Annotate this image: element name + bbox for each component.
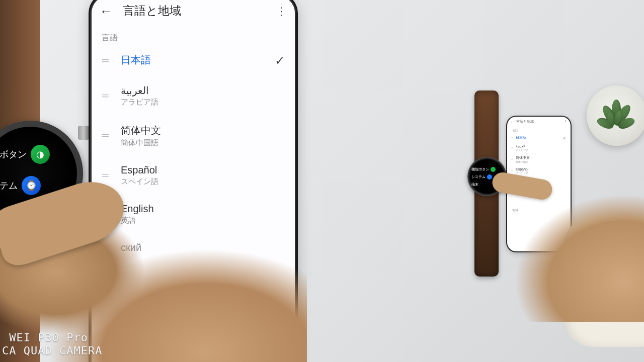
camera-watermark: WEI P30 Pro CA QUAD CAMERA bbox=[2, 331, 102, 357]
back-icon[interactable]: ← bbox=[511, 120, 514, 124]
more-icon[interactable]: ⋯ bbox=[275, 6, 288, 16]
language-primary: 日本語 bbox=[121, 53, 275, 67]
language-primary: Español bbox=[121, 164, 285, 176]
add-language-truncated[interactable]: 言 bbox=[202, 307, 211, 319]
language-item[interactable]: = 日本語 ✓ bbox=[507, 133, 571, 142]
more-icon[interactable]: ⋮ bbox=[564, 120, 567, 124]
phone-screen[interactable]: ← 言語と地域 ⋯ 言語 == 日本語 ✓ == العربية アラビア語 bbox=[92, 0, 295, 362]
button-function-icon: ◑ bbox=[31, 145, 50, 164]
language-item[interactable]: == 简体中文 簡体中国語 bbox=[95, 116, 292, 156]
watch-crown bbox=[78, 126, 89, 140]
watch-menu-item-label[interactable]: 端末 bbox=[471, 182, 478, 187]
drag-handle-icon[interactable]: == bbox=[102, 92, 115, 101]
language-item[interactable]: == English 英語 bbox=[95, 195, 292, 234]
page-title: 言語と地域 bbox=[516, 119, 534, 124]
drag-handle-icon[interactable]: == bbox=[102, 56, 115, 65]
language-item[interactable]: = English英語 bbox=[507, 176, 571, 187]
language-item[interactable]: ский bbox=[95, 234, 292, 263]
smartwatch-overhead[interactable]: 機能ボタン システム 端末 bbox=[467, 157, 507, 196]
drag-handle-icon[interactable]: = bbox=[511, 146, 514, 149]
mini-app-header: ← 言語と地域 ⋮ bbox=[507, 117, 571, 127]
drag-handle-icon[interactable]: = bbox=[511, 136, 514, 139]
language-item[interactable]: == 日本語 ✓ bbox=[95, 45, 292, 76]
check-icon: ✓ bbox=[563, 136, 567, 140]
watch-menu-item-label[interactable]: システム bbox=[471, 174, 486, 179]
language-primary: العربية bbox=[121, 84, 285, 97]
language-secondary: アラビア語 bbox=[121, 98, 285, 107]
mini-language-list: = 日本語 ✓ = العربيةアラビア語 = 简体中文簡体中国語 = Esp… bbox=[507, 133, 571, 187]
language-secondary: 簡体中国語 bbox=[121, 138, 285, 148]
language-item[interactable]: = 简体中文簡体中国語 bbox=[507, 153, 571, 165]
drag-handle-icon[interactable]: = bbox=[511, 169, 514, 172]
language-item[interactable]: = العربيةアラビア語 bbox=[507, 142, 571, 153]
phone-overhead: ← 言語と地域 ⋮ 言語 = 日本語 ✓ = العربيةアラビア語 = 简体… bbox=[507, 117, 571, 251]
language-primary: 简体中文 bbox=[121, 124, 285, 137]
button-function-icon bbox=[491, 167, 496, 172]
drag-handle-icon[interactable]: = bbox=[511, 180, 514, 183]
language-primary: English bbox=[121, 203, 285, 215]
language-secondary: スペイン語 bbox=[121, 177, 285, 187]
succulent-plant bbox=[587, 85, 644, 146]
language-item[interactable]: = Españolスペイン語 bbox=[507, 165, 571, 176]
phone-closeup: ← 言語と地域 ⋯ 言語 == 日本語 ✓ == العربية アラビア語 bbox=[92, 0, 295, 362]
language-section-label: 言語 bbox=[92, 24, 295, 45]
back-icon[interactable]: ← bbox=[100, 5, 113, 18]
language-primary: ский bbox=[121, 242, 285, 253]
drag-handle-icon[interactable]: == bbox=[102, 131, 115, 140]
drag-handle-icon[interactable]: == bbox=[102, 171, 115, 180]
language-section-label: 言語 bbox=[507, 127, 571, 133]
watch-menu-item-label[interactable]: システム bbox=[0, 179, 18, 192]
watch-menu-item-label[interactable]: 機能ボタン bbox=[0, 148, 27, 160]
drag-handle-icon[interactable]: = bbox=[511, 158, 514, 161]
region-section-label: 地域 bbox=[101, 356, 118, 362]
watch-menu-item-label[interactable]: 機能ボタン bbox=[471, 167, 489, 172]
system-icon: ⌚ bbox=[22, 176, 41, 195]
language-list: == 日本語 ✓ == العربية アラビア語 == 简体中文 簡体中国語 bbox=[92, 45, 295, 263]
app-header: ← 言語と地域 ⋯ bbox=[92, 0, 295, 24]
system-icon bbox=[487, 174, 492, 179]
language-item[interactable]: == Español スペイン語 bbox=[95, 156, 292, 195]
drag-handle-icon[interactable]: == bbox=[102, 210, 115, 219]
page-title: 言語と地域 bbox=[123, 3, 267, 19]
check-icon: ✓ bbox=[275, 54, 285, 68]
language-item[interactable]: == العربية アラビア語 bbox=[95, 76, 292, 116]
region-section-label: 地域 bbox=[507, 207, 571, 213]
language-secondary: 英語 bbox=[121, 216, 285, 225]
